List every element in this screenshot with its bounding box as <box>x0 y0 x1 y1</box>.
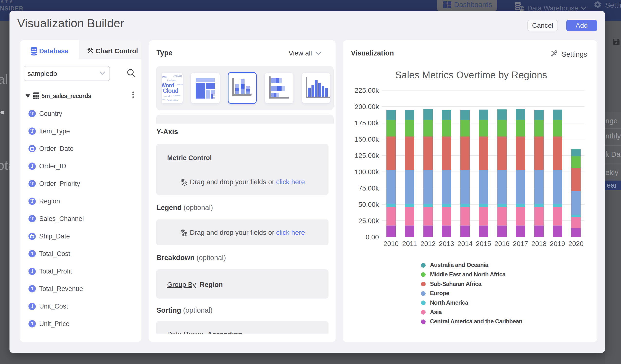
svg-text:Sales Metrics Overtime by Regi: Sales Metrics Overtime by Regions <box>395 69 547 80</box>
svg-text:2013: 2013 <box>439 240 454 247</box>
svg-text:0.00: 0.00 <box>366 233 379 241</box>
svg-text:150.00k: 150.00k <box>355 136 379 143</box>
svg-text:2018: 2018 <box>532 240 547 247</box>
svg-text:2010: 2010 <box>383 240 398 247</box>
svg-text:2016: 2016 <box>495 240 510 247</box>
svg-text:100.00k: 100.00k <box>355 168 379 176</box>
svg-text:2017: 2017 <box>513 240 528 247</box>
svg-text:2012: 2012 <box>420 240 436 247</box>
svg-text:200.00k: 200.00k <box>355 103 379 110</box>
svg-text:2020: 2020 <box>569 240 584 247</box>
svg-text:175.00k: 175.00k <box>355 119 379 127</box>
svg-text:25.00k: 25.00k <box>359 217 379 225</box>
svg-text:225.00k: 225.00k <box>355 87 379 94</box>
svg-text:125.00k: 125.00k <box>355 152 379 159</box>
svg-text:75.00k: 75.00k <box>359 184 379 192</box>
svg-text:2015: 2015 <box>476 240 491 247</box>
svg-text:50.00k: 50.00k <box>359 201 379 208</box>
svg-text:2011: 2011 <box>402 240 417 247</box>
svg-text:2019: 2019 <box>550 240 565 247</box>
svg-text:2014: 2014 <box>457 240 473 247</box>
